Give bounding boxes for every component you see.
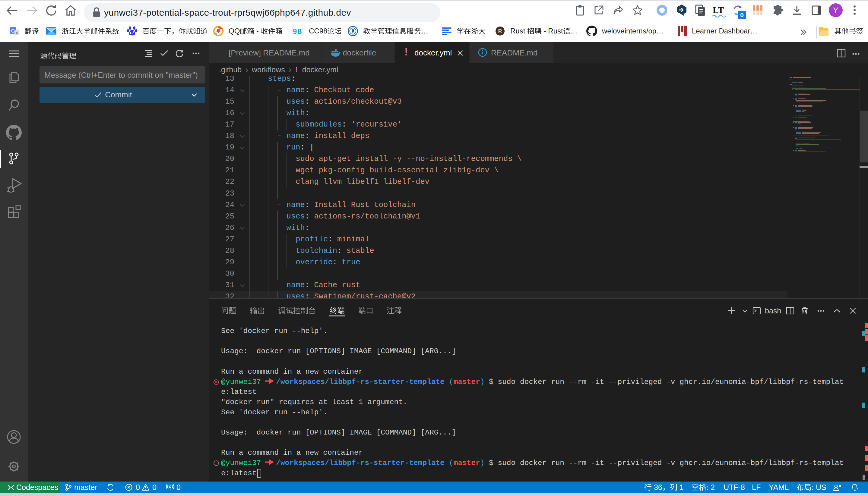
svg-text:x: x	[16, 31, 18, 35]
svg-text:R: R	[498, 28, 502, 34]
svg-text:G: G	[11, 28, 15, 33]
svg-text:8: 8	[297, 27, 302, 36]
svg-text:9: 9	[293, 27, 297, 36]
